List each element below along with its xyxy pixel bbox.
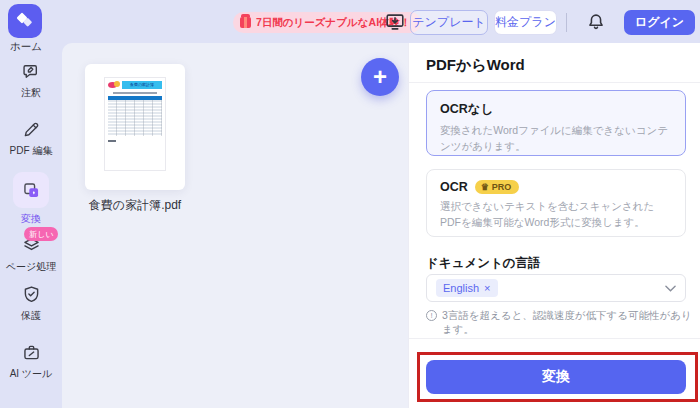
- convert-button[interactable]: 変換: [426, 360, 686, 394]
- bell-icon[interactable]: [585, 11, 607, 33]
- topbar-divider: [566, 13, 567, 32]
- remove-tag-icon[interactable]: ×: [484, 282, 490, 294]
- pricing-button[interactable]: 料金プラン: [494, 10, 557, 35]
- option-title: OCRなし: [440, 101, 672, 118]
- ai-tools-icon: [21, 342, 42, 363]
- option-description: 変換されたWordファイルに編集できないコンテンツがあります。: [440, 123, 672, 155]
- option-description: 選択できないテキストを含むスキャンされたPDFを編集可能なWord形式に変換しま…: [440, 199, 672, 231]
- thumbnail-logo-shape: [114, 81, 120, 87]
- logo-diamonds-icon: [14, 10, 36, 32]
- language-tag: English ×: [436, 279, 498, 297]
- thumbnail-subtitle-line: [113, 92, 157, 94]
- pdf-thumbnail: 食費の家計簿: [104, 77, 166, 171]
- sidebar-item-label: PDF 編集: [10, 144, 53, 158]
- sidebar-item-label: 変換: [21, 212, 41, 226]
- annotation-icon: [21, 61, 42, 82]
- thumbnail-title-banner: 食費の家計簿: [122, 81, 162, 89]
- download-icon[interactable]: [384, 11, 406, 33]
- option-title: OCR: [440, 180, 468, 194]
- thumbnail-footer-mark: [108, 140, 116, 142]
- pro-badge: ♛PRO: [475, 180, 520, 194]
- edit-pencil-icon: [21, 119, 42, 140]
- sidebar-item-protect[interactable]: 保護: [0, 284, 62, 323]
- top-bar: 7日間のリーズナブルなAI体験！ テンプレート 料金プラン ログイン: [0, 0, 700, 43]
- sidebar-item-label: ページ処理: [6, 260, 56, 274]
- sidebar-item-pdf-edit[interactable]: PDF 編集: [0, 119, 62, 158]
- convert-settings-panel: PDFからWord OCRなし 変換されたWordファイルに編集できないコンテン…: [408, 43, 700, 408]
- selected-item-highlight: [13, 172, 49, 208]
- pro-badge-label: PRO: [492, 182, 512, 192]
- templates-button[interactable]: テンプレート: [410, 10, 488, 35]
- new-badge: 新しい: [24, 227, 58, 241]
- warning-text: 3言語を超えると、認識速度が低下する可能性があります。: [442, 309, 700, 337]
- sidebar-item-convert[interactable]: 変換: [0, 172, 62, 226]
- sidebar-item-ai-tools[interactable]: AI ツール: [0, 342, 62, 381]
- add-file-button[interactable]: +: [361, 58, 399, 96]
- chevron-down-icon: [665, 285, 676, 292]
- app-logo[interactable]: [8, 4, 42, 38]
- sidebar-item-annotation[interactable]: 注釈: [0, 61, 62, 100]
- language-tag-label: English: [443, 282, 479, 294]
- option-ocr-none[interactable]: OCRなし 変換されたWordファイルに編集できないコンテンツがあります。: [426, 90, 686, 156]
- sidebar-item-page-tools[interactable]: 新しい ページ処理: [0, 235, 62, 274]
- sidebar-item-label: 保護: [21, 309, 41, 323]
- app-window: 7日間のリーズナブルなAI体験！ テンプレート 料金プラン ログイン ホーム 注…: [0, 0, 700, 408]
- gift-icon: [240, 17, 251, 28]
- sidebar-item-home[interactable]: ホーム: [0, 40, 52, 54]
- panel-divider: [409, 338, 700, 339]
- login-button[interactable]: ログイン: [624, 10, 695, 35]
- thumbnail-table-header: [108, 96, 162, 100]
- sidebar: ホーム 注釈 PDF 編集 変換: [0, 43, 62, 408]
- panel-divider: [409, 82, 700, 83]
- crown-icon: ♛: [481, 182, 489, 192]
- file-name: 食費の家計簿.pdf: [60, 197, 210, 214]
- thumbnail-table: [108, 96, 162, 136]
- pdf-file-card[interactable]: 食費の家計簿 食費の家計簿.pdf: [85, 64, 185, 190]
- language-section-label: ドキュメントの言語: [426, 255, 541, 272]
- sidebar-item-label: 注釈: [21, 86, 41, 100]
- language-select[interactable]: English ×: [426, 274, 686, 302]
- sidebar-item-label: AI ツール: [10, 367, 53, 381]
- warning-icon: !: [426, 310, 437, 321]
- convert-icon: [21, 180, 42, 201]
- shield-check-icon: [21, 284, 42, 305]
- language-warning: ! 3言語を超えると、認識速度が低下する可能性があります。: [426, 309, 700, 337]
- option-ocr[interactable]: OCR ♛PRO 選択できないテキストを含むスキャンされたPDFを編集可能なWo…: [426, 169, 686, 237]
- panel-title: PDFからWord: [426, 56, 525, 75]
